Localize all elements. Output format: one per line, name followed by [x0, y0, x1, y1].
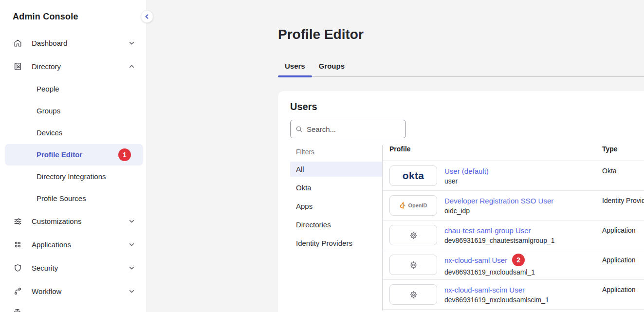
okta-logo: okta [389, 165, 437, 186]
profiles-table: Profile Type okta User (default) user Ok… [383, 145, 644, 311]
filter-all[interactable]: All [290, 162, 382, 177]
sidebar-item-label: People [37, 85, 59, 93]
sidebar-collapse-button[interactable] [141, 10, 153, 23]
reports-icon [13, 308, 22, 312]
main-content: Profile Editor Users Groups Users Filter… [147, 0, 644, 312]
chevron-down-icon [129, 218, 135, 224]
sidebar-item-label: Devices [37, 128, 62, 137]
chevron-left-icon [144, 14, 150, 19]
card-heading: Users [290, 101, 644, 112]
sliders-icon [13, 216, 22, 226]
sidebar-item-security[interactable]: Security [0, 256, 147, 279]
sidebar-item-label: Groups [37, 107, 60, 115]
sidebar-item-label: Directory [32, 62, 61, 71]
apps-grid-icon [13, 239, 22, 249]
profile-type: Identity Provider [602, 191, 644, 204]
chevron-down-icon [129, 288, 135, 294]
gear-icon [409, 231, 418, 240]
openid-icon [399, 202, 406, 209]
workflow-icon [13, 286, 22, 296]
sidebar-item-devices[interactable]: Devices [0, 122, 147, 144]
sidebar-item-people[interactable]: People [0, 78, 147, 100]
id-badge-icon [13, 61, 22, 71]
profile-type: Application [602, 220, 644, 234]
sidebar-item-label: Security [32, 264, 58, 272]
sidebar-item-applications[interactable]: Applications [0, 233, 147, 256]
home-icon [13, 38, 22, 48]
profile-subtext: dev86931619_nxcloudsamlscim_1 [444, 296, 602, 304]
search-icon [295, 126, 303, 133]
profile-subtext: user [444, 177, 602, 185]
app-logo-placeholder [389, 255, 437, 275]
sidebar-item-label: Directory Integrations [37, 172, 106, 181]
filters-label: Filters [290, 145, 382, 162]
column-header-profile: Profile [389, 145, 602, 161]
table-row: OpenID Developer Registration SSO User o… [383, 191, 644, 220]
step-badge-2: 2 [512, 254, 525, 266]
shield-icon [13, 263, 22, 273]
profile-subtext: oidc_idp [444, 207, 602, 215]
chevron-down-icon [129, 265, 135, 271]
app-logo-placeholder [389, 225, 437, 245]
chevron-down-icon [129, 241, 135, 248]
sidebar-item-groups[interactable]: Groups [0, 100, 147, 122]
openid-logo: OpenID [389, 195, 437, 216]
chevron-up-icon [129, 63, 135, 70]
filter-directories[interactable]: Directories [290, 217, 382, 232]
step-badge-1: 1 [118, 148, 131, 161]
sidebar-item-profile-editor[interactable]: Profile Editor 1 [0, 144, 147, 165]
filter-identity-providers[interactable]: Identity Providers [290, 236, 382, 251]
app-title: Admin Console [0, 0, 147, 22]
sidebar-item-label: Applications [32, 240, 71, 249]
gear-icon [409, 260, 418, 270]
filters-panel: Filters All Okta Apps Directories Identi… [290, 145, 383, 311]
filter-apps[interactable]: Apps [290, 199, 382, 214]
filter-okta[interactable]: Okta [290, 180, 382, 195]
sidebar-item-profile-sources[interactable]: Profile Sources [0, 187, 147, 209]
table-row: okta User (default) user Okta [383, 161, 644, 191]
profile-link[interactable]: User (default) [444, 167, 489, 175]
tab-users[interactable]: Users [278, 59, 312, 76]
table-header: Profile Type [383, 145, 644, 161]
profile-link[interactable]: Developer Registration SSO User [444, 197, 553, 205]
selected-nav-pill[interactable]: Profile Editor 1 [5, 144, 143, 165]
sidebar-item-partial[interactable] [0, 303, 147, 312]
table-row: nx-cloud-saml User 2 dev86931619_nxcloud… [383, 250, 644, 280]
profile-type: Okta [602, 161, 644, 175]
sidebar: Admin Console Dashboard Directory People [0, 0, 147, 312]
sidebar-item-dashboard[interactable]: Dashboard [0, 31, 147, 55]
tab-groups[interactable]: Groups [312, 59, 351, 76]
sidebar-item-directory[interactable]: Directory [0, 55, 147, 78]
page-title: Profile Editor [278, 27, 644, 42]
search-box[interactable] [290, 120, 406, 138]
table-row: nx-cloud-saml-scim User dev86931619_nxcl… [383, 280, 644, 310]
profile-type: Application [602, 280, 644, 294]
profile-link[interactable]: nx-cloud-saml User [444, 256, 507, 264]
sidebar-nav: Dashboard Directory People Groups Device… [0, 31, 147, 312]
profile-type: Application [602, 250, 644, 264]
users-card: Users Filters All Okta Apps Directories … [278, 91, 644, 312]
profile-link[interactable]: chau-test-saml-group User [444, 226, 531, 235]
sidebar-item-workflow[interactable]: Workflow [0, 279, 147, 303]
profile-subtext: dev86931619_nxcloudsaml_1 [444, 268, 602, 276]
sidebar-item-label: Dashboard [32, 39, 67, 47]
sidebar-item-label: Profile Editor [37, 150, 82, 159]
sidebar-item-label: Workflow [32, 287, 61, 295]
chevron-down-icon [129, 40, 135, 46]
sidebar-item-label: Profile Sources [37, 194, 86, 202]
search-input[interactable] [307, 125, 401, 133]
sidebar-item-customizations[interactable]: Customizations [0, 209, 147, 233]
gear-icon [409, 290, 418, 299]
column-header-type: Type [602, 145, 644, 161]
app-logo-placeholder [389, 284, 437, 305]
table-row: chau-test-saml-group User dev86931619_ch… [383, 220, 644, 250]
profile-link[interactable]: nx-cloud-saml-scim User [444, 286, 525, 294]
profile-subtext: dev86931619_chautestsamlgroup_1 [444, 237, 602, 244]
tab-bar: Users Groups [278, 59, 644, 77]
sidebar-item-label: Customizations [32, 217, 82, 225]
sidebar-item-directory-integrations[interactable]: Directory Integrations [0, 165, 147, 187]
